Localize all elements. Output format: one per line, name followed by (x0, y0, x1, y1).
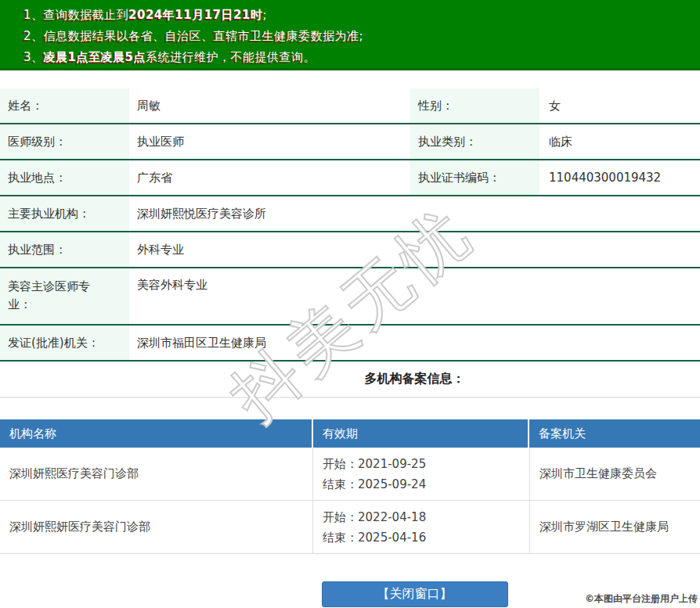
scope-label-cell: 执业范围： (0, 232, 129, 267)
header-org-name: 机构名称 (0, 419, 313, 448)
validity-period: 开始：2022-04-18 结束：2025-04-16 (313, 501, 530, 553)
name-value: 周敏 (129, 88, 410, 123)
cert-value: 110440300019432 (539, 160, 700, 195)
row-scope: 执业范围： 外科专业 (0, 232, 700, 268)
cert-label-cell: 执业证书编码： (410, 160, 539, 195)
level-label: 医师级别： (8, 133, 105, 151)
cosmetic-label: 美容主诊医师专业： (8, 278, 105, 314)
practitioner-info-table: 姓名： 周敏 性别： 女 医师级别： 执业医师 执业类别： 临床 执业地点： 广… (0, 88, 700, 362)
start-date: 开始：2022-04-18 (323, 507, 529, 527)
org-label: 主要执业机构： (8, 205, 105, 223)
org-label-cell: 主要执业机构： (0, 196, 129, 231)
row-issuer: 发证(批准)机关： 深圳市福田区卫生健康局 (0, 326, 700, 362)
issuer-label: 发证(批准)机关： (8, 334, 105, 352)
filing-authority: 深圳市罗湖区卫生健康局 (530, 501, 700, 553)
category-label-cell: 执业类别： (410, 124, 539, 159)
scope-value: 外科专业 (129, 232, 700, 267)
multi-org-table: 机构名称 有效期 备案机关 深圳妍熙医疗美容门诊部 开始：2021-09-25 … (0, 419, 700, 554)
category-label: 执业类别： (418, 133, 515, 151)
notice-3-text: 3、 (23, 50, 44, 64)
notice-3-bold-time: 凌晨1点至凌晨5点 (44, 50, 146, 64)
section-title: 多机构备案信息： (365, 371, 465, 387)
row-cosmetic-specialty: 美容主诊医师专业： 美容外科专业 (0, 268, 700, 326)
gender-label-cell: 性别： (410, 88, 539, 123)
table-row: 深圳妍熙医疗美容门诊部 开始：2021-09-25 结束：2025-09-24 … (0, 448, 700, 501)
validity-period: 开始：2021-09-25 结束：2025-09-24 (313, 448, 530, 500)
notice-line-1: 1、查询数据截止到2024年11月17日21时; (23, 5, 692, 26)
level-label-cell: 医师级别： (0, 124, 129, 159)
end-date: 结束：2025-04-16 (323, 527, 529, 548)
query-result-page: 1、查询数据截止到2024年11月17日21时; 2、信息数据结果以各省、自治区… (0, 0, 700, 608)
scope-label: 执业范围： (8, 241, 105, 259)
notice-banner: 1、查询数据截止到2024年11月17日21时; 2、信息数据结果以各省、自治区… (0, 0, 700, 70)
filing-authority: 深圳市卫生健康委员会 (530, 448, 700, 500)
row-location-cert: 执业地点： 广东省 执业证书编码： 110440300019432 (0, 160, 700, 196)
notice-2-text: 2、信息数据结果以各省、自治区、直辖市卫生健康委数据为准; (23, 29, 363, 43)
name-label: 姓名： (8, 97, 105, 115)
name-label-cell: 姓名： (0, 88, 129, 123)
gender-value: 女 (539, 88, 700, 123)
header-authority: 备案机关 (529, 419, 700, 448)
location-label-cell: 执业地点： (0, 160, 129, 195)
level-value: 执业医师 (129, 124, 410, 159)
table-row: 深圳妍熙妍医疗美容门诊部 开始：2022-04-18 结束：2025-04-16… (0, 501, 700, 554)
location-label: 执业地点： (8, 169, 105, 187)
close-window-button[interactable]: 【关闭窗口】 (322, 581, 508, 607)
row-level-category: 医师级别： 执业医师 执业类别： 临床 (0, 124, 700, 160)
gender-label: 性别： (418, 97, 515, 115)
org-name: 深圳妍熙医疗美容门诊部 (0, 448, 313, 500)
notice-3-end: 系统进行维护，不能提供查询。 (146, 50, 316, 64)
end-date: 结束：2025-09-24 (323, 474, 529, 495)
issuer-value: 深圳市福田区卫生健康局 (129, 326, 700, 360)
cert-label: 执业证书编码： (418, 169, 515, 187)
issuer-label-cell: 发证(批准)机关： (0, 326, 129, 360)
multi-org-section: 多机构备案信息： (0, 362, 700, 398)
org-table-header: 机构名称 有效期 备案机关 (0, 419, 700, 448)
location-value: 广东省 (129, 160, 410, 195)
org-name: 深圳妍熙妍医疗美容门诊部 (0, 501, 313, 553)
notice-1-end: ; (262, 8, 267, 22)
notice-1-text: 1、查询数据截止到 (23, 8, 128, 22)
upload-attribution-note: ©本图由平台注册用户上传 (585, 592, 698, 606)
row-name-gender: 姓名： 周敏 性别： 女 (0, 88, 700, 124)
row-main-org: 主要执业机构： 深圳妍熙悦医疗美容诊所 (0, 196, 700, 232)
notice-line-2: 2、信息数据结果以各省、自治区、直辖市卫生健康委数据为准; (23, 26, 692, 47)
notice-line-3: 3、凌晨1点至凌晨5点系统进行维护，不能提供查询。 (23, 47, 692, 68)
start-date: 开始：2021-09-25 (323, 454, 529, 474)
header-validity: 有效期 (313, 419, 529, 448)
org-value: 深圳妍熙悦医疗美容诊所 (129, 196, 700, 231)
notice-1-bold-date: 2024年11月17日21时 (128, 8, 262, 22)
category-value: 临床 (539, 124, 700, 159)
cosmetic-value: 美容外科专业 (129, 268, 700, 324)
cosmetic-label-cell: 美容主诊医师专业： (0, 268, 129, 324)
